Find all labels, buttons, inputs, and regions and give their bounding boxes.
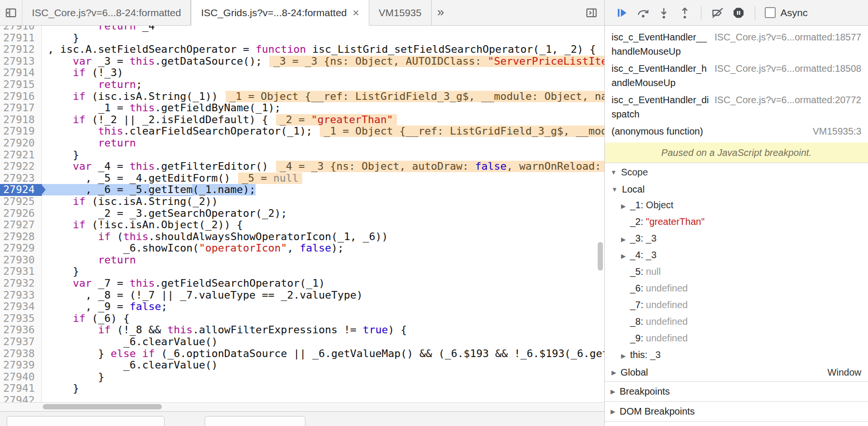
expand-triangle-icon[interactable]: ▶: [621, 250, 626, 262]
deactivate-breakpoints-button[interactable]: [709, 4, 727, 22]
code-line[interactable]: 27910 return _4: [0, 26, 604, 32]
code-line[interactable]: 27923 , _5 = _4.getEditForm()_5 = null: [0, 173, 604, 184]
file-tab[interactable]: VM15935: [369, 0, 432, 25]
tab-overflow-button[interactable]: »: [432, 5, 450, 19]
code-line[interactable]: 27926 _2 = _3.getSearchOperator(_2);: [0, 208, 604, 220]
file-tab[interactable]: ISC_Grids.js?v=...8-24:formatted×: [191, 0, 369, 26]
sidebar-section-header[interactable]: ▶XHR Breakpoints+: [605, 421, 868, 426]
code-line[interactable]: 27935 if (_6) {: [0, 313, 604, 325]
code-line[interactable]: 27919 this.clearFieldSearchOperator(_1);…: [0, 126, 604, 137]
line-number[interactable]: 27915: [0, 79, 42, 91]
code-line[interactable]: 27921 }: [0, 149, 604, 161]
async-checkbox[interactable]: [765, 7, 776, 18]
line-number[interactable]: 27928: [0, 231, 42, 243]
code-line[interactable]: 27913 var _3 = this.getDataSource();_3 =…: [0, 56, 604, 68]
code-line[interactable]: 27940 }: [0, 371, 604, 383]
file-tab[interactable]: ISC_Core.js?v=6...8-24:formatted: [22, 0, 191, 25]
code-line[interactable]: 27916 if (isc.isA.String(_1))_1 = Object…: [0, 91, 604, 103]
line-number[interactable]: 27938: [0, 348, 42, 360]
code-line[interactable]: 27924 , _6 = _5.getItem(_1.name);: [0, 184, 604, 196]
line-number[interactable]: 27934: [0, 301, 42, 313]
line-number[interactable]: 27922: [0, 161, 42, 173]
line-number[interactable]: 27932: [0, 278, 42, 290]
line-number[interactable]: 27917: [0, 102, 42, 114]
line-number[interactable]: 27926: [0, 208, 42, 220]
line-number[interactable]: 27916: [0, 91, 42, 103]
code-line[interactable]: 27931 }: [0, 266, 604, 278]
call-stack-frame[interactable]: ISC_Core.js?v=6...ormatted:18508isc_c_Ev…: [605, 60, 868, 91]
scope-variable[interactable]: ▶this: _3: [605, 347, 868, 364]
code-line[interactable]: 27911 }: [0, 32, 604, 44]
line-number[interactable]: 27930: [0, 254, 42, 266]
code-line[interactable]: 27936 if (!_8 && this.allowFilterExpress…: [0, 324, 604, 336]
line-number[interactable]: 27913: [0, 56, 42, 68]
code-line[interactable]: 27930 return: [0, 254, 604, 266]
line-number[interactable]: 27937: [0, 336, 42, 348]
step-over-button[interactable]: [634, 4, 652, 22]
scope-variable[interactable]: ▶_4: _3: [605, 247, 868, 264]
line-number[interactable]: 27919: [0, 126, 42, 137]
toggle-sidebar-button[interactable]: [581, 0, 602, 25]
line-number[interactable]: 27927: [0, 219, 42, 231]
horizontal-scrollbar[interactable]: [0, 402, 604, 411]
code-line[interactable]: 27922 var _4 = this.getFilterEditor()_4 …: [0, 161, 604, 173]
code-line[interactable]: 27928 if (this.shouldAlwaysShowOperatorI…: [0, 231, 604, 243]
scope-variable[interactable]: ▶_6: undefined: [605, 281, 868, 297]
code-line[interactable]: 27914 if (!_3): [0, 67, 604, 79]
expand-triangle-icon[interactable]: ▶: [621, 350, 626, 362]
scope-global-row[interactable]: ▶ Global Window: [605, 364, 868, 381]
code-line[interactable]: 27938 } else if (_6.optionDataSource || …: [0, 348, 604, 360]
code-line[interactable]: 27934 , _9 = false;: [0, 301, 604, 313]
line-number[interactable]: 27921: [0, 149, 42, 161]
sidebar-section-header[interactable]: ▶Breakpoints: [605, 381, 868, 401]
step-into-button[interactable]: [655, 4, 673, 22]
sidebar-section-header[interactable]: ▶DOM Breakpoints: [605, 401, 868, 421]
code-line[interactable]: 27929 _6.showIcon("operatorIcon", false)…: [0, 242, 604, 254]
scope-variable[interactable]: ▶_9: undefined: [605, 330, 868, 347]
code-line[interactable]: 27942: [0, 395, 604, 402]
scope-local-header[interactable]: ▼ Local: [605, 182, 868, 197]
code-line[interactable]: 27918 if (!_2 || _2.isFieldDefault) {_2 …: [0, 114, 604, 126]
call-stack-frame[interactable]: VM15935:3(anonymous function): [605, 123, 868, 140]
line-number[interactable]: 27920: [0, 137, 42, 149]
line-number[interactable]: 27936: [0, 324, 42, 336]
scope-variable[interactable]: ▶_8: undefined: [605, 314, 868, 330]
vertical-scrollbar-thumb[interactable]: [598, 242, 603, 271]
expand-triangle-icon[interactable]: ▶: [621, 200, 626, 213]
code-line[interactable]: 27937 _6.clearValue(): [0, 336, 604, 348]
call-stack-frame[interactable]: ISC_Core.js?v=6...ormatted:20772isc_c_Ev…: [605, 91, 868, 123]
toggle-navigator-button[interactable]: [0, 0, 22, 25]
code-line[interactable]: 27933 , _8 = (!_7 || _7.valueType == _2.…: [0, 290, 604, 301]
scope-variable[interactable]: ▶_7: undefined: [605, 297, 868, 314]
resume-button[interactable]: [613, 4, 631, 22]
line-number[interactable]: 27942: [0, 395, 42, 402]
close-tab-icon[interactable]: ×: [353, 8, 359, 18]
line-number[interactable]: 27941: [0, 383, 42, 395]
scope-variable[interactable]: ▶_5: null: [605, 264, 868, 281]
line-number[interactable]: 27931: [0, 266, 42, 278]
code-line[interactable]: 27932 var _7 = this.getFieldSearchOperat…: [0, 278, 604, 290]
step-out-button[interactable]: [676, 4, 694, 22]
code-line[interactable]: 27925 if (isc.isA.String(_2)): [0, 196, 604, 208]
expand-triangle-icon[interactable]: ▶: [621, 233, 626, 246]
line-number[interactable]: 27939: [0, 359, 42, 371]
code-line[interactable]: 27941 }: [0, 383, 604, 395]
horizontal-scrollbar-thumb[interactable]: [43, 404, 162, 409]
code-line[interactable]: 27915 return;: [0, 79, 604, 91]
line-number[interactable]: 27911: [0, 32, 42, 44]
line-number[interactable]: 27933: [0, 290, 42, 301]
line-number[interactable]: 27929: [0, 242, 42, 254]
scope-variable[interactable]: ▶_1: Object: [605, 197, 868, 214]
code-line[interactable]: 27920 return: [0, 137, 604, 149]
line-number[interactable]: 27912: [0, 44, 42, 56]
pause-on-exceptions-button[interactable]: [730, 4, 748, 22]
scope-variable[interactable]: ▶_2: "greaterThan": [605, 214, 868, 231]
line-number[interactable]: 27925: [0, 196, 42, 208]
code-line[interactable]: 27927 if (!isc.isAn.Object(_2)) {: [0, 219, 604, 231]
line-number[interactable]: 27924: [0, 184, 42, 196]
call-stack-frame[interactable]: ISC_Core.js?v=6...ormatted:18577isc_c_Ev…: [605, 29, 868, 60]
line-number[interactable]: 27918: [0, 114, 42, 126]
line-number[interactable]: 27935: [0, 313, 42, 325]
code-line[interactable]: 27939 _6.clearValue(): [0, 359, 604, 371]
line-number[interactable]: 27910: [0, 26, 42, 32]
